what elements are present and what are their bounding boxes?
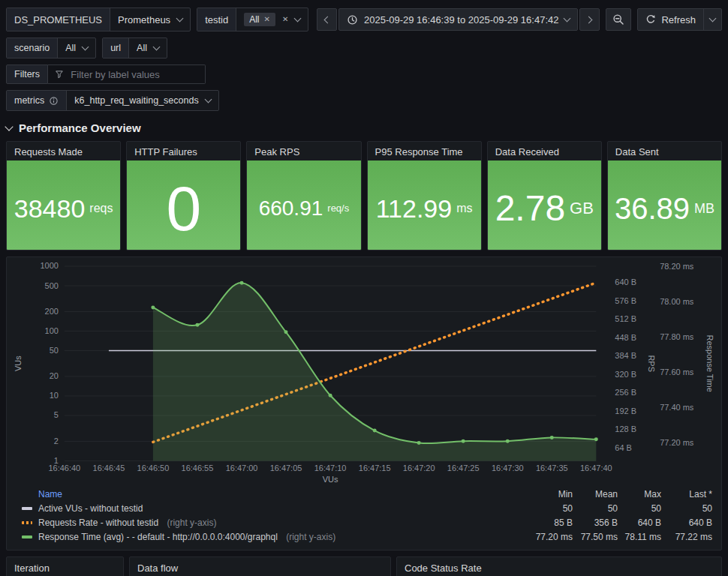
svg-text:16:46:45: 16:46:45 bbox=[93, 464, 125, 472]
svg-text:640 B: 640 B bbox=[615, 278, 636, 286]
legend-header-name[interactable]: Name bbox=[16, 489, 526, 500]
legend-series-suffix: (right y-axis) bbox=[284, 532, 335, 542]
time-range-button[interactable]: 2025-09-29 16:46:39 to 2025-09-29 16:47:… bbox=[338, 8, 579, 31]
datasource-value: Prometheus bbox=[118, 14, 170, 26]
scenario-label: scenario bbox=[7, 38, 58, 58]
stat-value: 38480 bbox=[14, 196, 86, 221]
stat-value-body: 2.78GB bbox=[488, 160, 601, 250]
svg-text:16:47:10: 16:47:10 bbox=[314, 464, 347, 472]
chevron-down-icon bbox=[709, 15, 717, 22]
grafana-dashboard: DS_PROMETHEUS Prometheus testid All ✕ ✕ bbox=[0, 0, 728, 576]
url-value-dropdown[interactable]: All bbox=[129, 38, 167, 58]
time-back-button[interactable] bbox=[317, 8, 337, 31]
svg-text:500: 500 bbox=[45, 281, 59, 290]
series-color-icon bbox=[22, 507, 32, 510]
legend-series-name[interactable]: Requests Rate - without testid bbox=[38, 518, 158, 528]
svg-text:77.80 ms: 77.80 ms bbox=[660, 332, 694, 341]
metrics-picker: metrics k6_http_req_waiting_seconds bbox=[6, 90, 219, 111]
url-label: url bbox=[103, 38, 129, 58]
svg-text:VUs: VUs bbox=[323, 475, 338, 484]
stat-value-body: 660.91req/s bbox=[247, 160, 360, 250]
svg-text:16:47:15: 16:47:15 bbox=[359, 464, 391, 472]
chevron-down-icon bbox=[176, 15, 184, 22]
info-icon bbox=[49, 96, 59, 106]
clear-all-icon[interactable]: ✕ bbox=[282, 16, 288, 23]
stat-title: HTTP Failures bbox=[127, 142, 240, 160]
legend-value-last: 77.22 ms bbox=[661, 532, 712, 542]
chevron-right-icon bbox=[585, 16, 593, 23]
stat-title: Peak RPS bbox=[247, 142, 360, 160]
refresh-icon bbox=[645, 14, 656, 25]
section-performance-overview[interactable]: Performance Overview bbox=[6, 122, 722, 134]
stat-panel-requests-made: Requests Made38480reqs bbox=[6, 141, 121, 250]
legend-value-min: 50 bbox=[526, 503, 573, 514]
stat-value: 112.99 bbox=[376, 196, 452, 221]
legend-series-name[interactable]: Active VUs - without testid bbox=[38, 503, 143, 514]
legend-value-mean: 77.50 ms bbox=[573, 532, 618, 542]
svg-text:16:47:20: 16:47:20 bbox=[403, 464, 435, 472]
zoom-out-icon bbox=[612, 14, 624, 26]
testid-value-dropdown[interactable]: All ✕ ✕ bbox=[236, 8, 308, 31]
time-forward-button[interactable] bbox=[579, 8, 600, 31]
svg-text:16:47:25: 16:47:25 bbox=[447, 464, 480, 472]
svg-text:20: 20 bbox=[50, 371, 59, 380]
chevron-down-icon bbox=[204, 96, 212, 104]
zoom-out-button[interactable] bbox=[606, 8, 631, 31]
stat-panel-http-failures: HTTP Failures0 bbox=[126, 141, 241, 250]
stat-title: P95 Response Time bbox=[368, 142, 481, 160]
remove-value-icon[interactable]: ✕ bbox=[264, 16, 270, 23]
filter-input[interactable] bbox=[69, 68, 198, 81]
testid-selected-pill[interactable]: All ✕ bbox=[244, 13, 275, 26]
stat-value-body: 0 bbox=[127, 160, 240, 250]
refresh-button[interactable]: Refresh bbox=[638, 9, 703, 30]
legend-header-row: NameMinMeanMaxLast * bbox=[16, 487, 712, 501]
svg-text:16:47:30: 16:47:30 bbox=[492, 464, 524, 472]
scenario-value: All bbox=[65, 43, 76, 53]
legend-row-requests-rate-without-testid: Requests Rate - without testid (right y-… bbox=[16, 515, 712, 530]
filters-label: Filters bbox=[6, 64, 48, 84]
legend-value-max: 640 B bbox=[618, 518, 661, 528]
legend-header-last[interactable]: Last * bbox=[661, 489, 712, 500]
section-title: Performance Overview bbox=[19, 122, 141, 134]
chart-legend: NameMinMeanMaxLast *Active VUs - without… bbox=[13, 485, 715, 547]
svg-text:16:47:05: 16:47:05 bbox=[270, 464, 302, 472]
stat-value-body: 36.89MB bbox=[608, 160, 721, 250]
timeseries-chart[interactable]: 100050020010050201052116:46:4016:46:4516… bbox=[13, 261, 715, 485]
testid-selected-value: All bbox=[249, 14, 259, 25]
svg-text:200: 200 bbox=[45, 307, 59, 316]
legend-value-last: 640 B bbox=[661, 518, 712, 528]
stat-title: Requests Made bbox=[7, 142, 120, 160]
chevron-down-icon bbox=[153, 44, 161, 51]
stat-unit: reqs bbox=[89, 202, 113, 214]
svg-text:448 B: 448 B bbox=[615, 333, 636, 342]
panel-code-status-rate: Code Status Rate bbox=[396, 556, 722, 576]
legend-series-name[interactable]: Response Time (avg) - - default - http:/… bbox=[38, 532, 278, 542]
refresh-label: Refresh bbox=[661, 14, 696, 26]
stat-value: 36.89 bbox=[615, 194, 690, 224]
url-picker: url All bbox=[102, 38, 167, 58]
svg-text:128 B: 128 B bbox=[615, 424, 636, 434]
collapse-chevron-icon bbox=[5, 122, 13, 130]
toolbar-row-4: metrics k6_http_req_waiting_seconds bbox=[6, 90, 722, 111]
scenario-value-dropdown[interactable]: All bbox=[58, 38, 95, 58]
refresh-interval-dropdown[interactable] bbox=[703, 9, 721, 30]
legend-header-max[interactable]: Max bbox=[618, 489, 661, 500]
legend-value-max: 78.11 ms bbox=[618, 532, 661, 542]
svg-text:16:46:50: 16:46:50 bbox=[137, 464, 170, 472]
svg-text:77.20 ms: 77.20 ms bbox=[660, 438, 694, 447]
metrics-value-dropdown[interactable]: k6_http_req_waiting_seconds bbox=[67, 91, 218, 110]
legend-header-min[interactable]: Min bbox=[526, 489, 573, 500]
series-color-icon bbox=[22, 536, 32, 538]
panel-title: Data flow bbox=[130, 557, 390, 576]
svg-text:16:46:55: 16:46:55 bbox=[182, 464, 214, 472]
datasource-value-dropdown[interactable]: Prometheus bbox=[110, 8, 190, 31]
panel-iteration: Iteration bbox=[6, 556, 124, 576]
legend-value-max: 50 bbox=[618, 503, 661, 514]
legend-header-mean[interactable]: Mean bbox=[573, 489, 618, 500]
svg-text:16:47:00: 16:47:00 bbox=[226, 464, 258, 472]
timeseries-panel: 100050020010050201052116:46:4016:46:4516… bbox=[6, 256, 722, 550]
stat-unit: ms bbox=[456, 202, 472, 214]
svg-text:16:47:40: 16:47:40 bbox=[580, 464, 612, 472]
panel-title: Code Status Rate bbox=[397, 557, 721, 576]
time-range-text: 2025-09-29 16:46:39 to 2025-09-29 16:47:… bbox=[364, 14, 559, 26]
